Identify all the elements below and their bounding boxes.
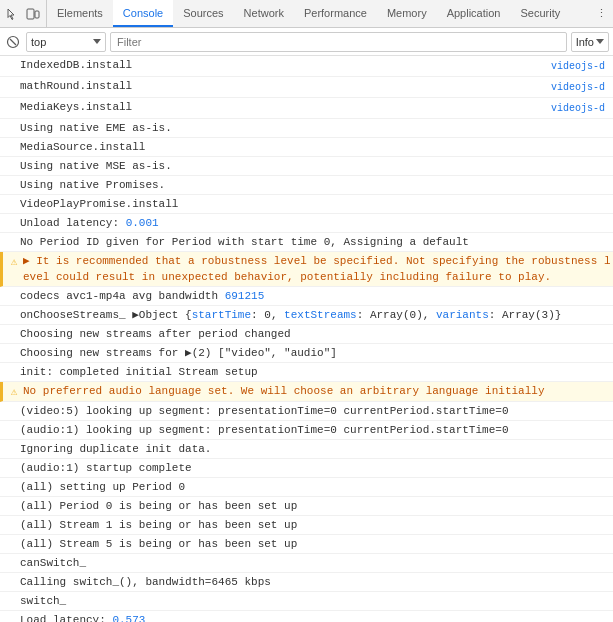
log-entry: (all) Stream 1 is being or has been set … — [0, 516, 613, 535]
warning-icon: ⚠ — [11, 384, 18, 400]
log-entry: codecs avc1-mp4a avg bandwidth 691215 — [0, 287, 613, 306]
dropdown-arrow-icon — [93, 39, 101, 45]
log-entry: Unload latency: 0.001 — [0, 214, 613, 233]
log-entry: canSwitch_ — [0, 554, 613, 573]
devtools-controls — [0, 0, 47, 27]
source-link[interactable]: videojs-d — [551, 57, 613, 75]
log-entry: mathRound.install videojs-d — [0, 77, 613, 98]
log-entry: Using native EME as-is. — [0, 119, 613, 138]
tab-security[interactable]: Security — [510, 0, 570, 27]
log-entry: MediaKeys.install videojs-d — [0, 98, 613, 119]
log-entry: (audio:1) looking up segment: presentati… — [0, 421, 613, 440]
console-toolbar: top Info — [0, 28, 613, 56]
log-entry: init: completed initial Stream setup — [0, 363, 613, 382]
context-dropdown[interactable]: top — [26, 32, 106, 52]
log-entry: Calling switch_(), bandwidth=6465 kbps — [0, 573, 613, 592]
inspect-icon[interactable] — [4, 5, 22, 23]
load-latency-link[interactable]: 0.573 — [112, 614, 145, 622]
log-entry: (video:5) looking up segment: presentati… — [0, 402, 613, 421]
log-entry-warning: ⚠ No preferred audio language set. We wi… — [0, 382, 613, 402]
more-tabs-button[interactable]: ⋮ — [590, 0, 613, 27]
warning-icon: ⚠ — [11, 254, 18, 270]
log-entry: (audio:1) startup complete — [0, 459, 613, 478]
log-entry: switch_ — [0, 592, 613, 611]
device-icon[interactable] — [24, 5, 42, 23]
log-entry: No Period ID given for Period with start… — [0, 233, 613, 252]
tab-memory[interactable]: Memory — [377, 0, 437, 27]
tab-application[interactable]: Application — [437, 0, 511, 27]
console-log[interactable]: IndexedDB.install videojs-d mathRound.in… — [0, 56, 613, 622]
svg-rect-1 — [35, 11, 39, 18]
tab-elements[interactable]: Elements — [47, 0, 113, 27]
log-entry: VideoPlayPromise.install — [0, 195, 613, 214]
log-entry: Load latency: 0.573 — [0, 611, 613, 622]
log-entry: Ignoring duplicate init data. — [0, 440, 613, 459]
latency-link[interactable]: 0.001 — [126, 217, 159, 229]
svg-rect-0 — [27, 9, 34, 19]
info-dropdown-arrow-icon — [596, 39, 604, 45]
source-link[interactable]: videojs-d — [551, 99, 613, 117]
source-link[interactable]: videojs-d — [551, 78, 613, 96]
tab-performance[interactable]: Performance — [294, 0, 377, 27]
tab-sources[interactable]: Sources — [173, 0, 233, 27]
log-entry: Using native MSE as-is. — [0, 157, 613, 176]
log-entry: Choosing new streams after period change… — [0, 325, 613, 344]
log-entry: IndexedDB.install videojs-d — [0, 56, 613, 77]
clear-console-button[interactable] — [4, 33, 22, 51]
filter-input[interactable] — [110, 32, 567, 52]
log-level-dropdown[interactable]: Info — [571, 32, 609, 52]
log-entry: Using native Promises. — [0, 176, 613, 195]
log-entry-warning: ⚠ ▶ It is recommended that a robustness … — [0, 252, 613, 287]
bandwidth-link[interactable]: 691215 — [225, 290, 265, 302]
log-entry: (all) setting up Period 0 — [0, 478, 613, 497]
log-entry: (all) Stream 5 is being or has been set … — [0, 535, 613, 554]
log-entry: onChooseStreams_ ▶Object {startTime: 0, … — [0, 306, 613, 325]
tab-bar: Elements Console Sources Network Perform… — [0, 0, 613, 28]
tab-network[interactable]: Network — [234, 0, 294, 27]
log-entry: MediaSource.install — [0, 138, 613, 157]
log-entry: Choosing new streams for ▶(2) ["video", … — [0, 344, 613, 363]
svg-line-3 — [10, 39, 16, 45]
log-entry: (all) Period 0 is being or has been set … — [0, 497, 613, 516]
tab-console[interactable]: Console — [113, 0, 173, 27]
